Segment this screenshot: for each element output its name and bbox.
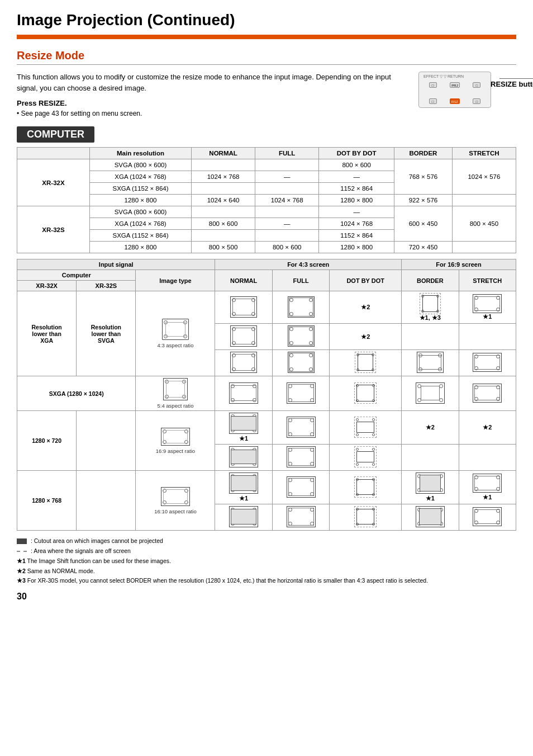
stretch-1280-768: ★1: [459, 471, 516, 504]
footnote-1: : Cutout area on which images cannot be …: [17, 536, 516, 546]
image-type-16-10: 16:10 aspect ratio: [136, 471, 215, 531]
border-xga-svga: [402, 324, 459, 350]
table-row-sxga: SXGA (1280 × 1024) 5:4 aspect ratio: [17, 376, 516, 411]
remote-illustration: EFFECT ▽ ▽ RETURN □ PRJ □ □ RSZ □ RESIZE…: [393, 72, 516, 109]
stretch-4-3-small: ★1: [459, 291, 516, 324]
stretch-1280-s: [452, 242, 516, 253]
xr32s-empty-1: [77, 411, 136, 471]
full-5-4: [272, 376, 329, 411]
col-header-resolution: [17, 148, 90, 159]
xr32s-res-lower-svga: Resolutionlower thanSVGA: [77, 291, 136, 376]
normal-1280-800-sub: [215, 504, 272, 531]
table-row-1280-720: 1280 × 720 16:9 aspect ratio: [17, 411, 516, 445]
footnote-5: ★3 For XR-30S model, you cannot select B…: [17, 576, 516, 586]
footnote-3: ★1 The Image Shift function can be used …: [17, 556, 516, 566]
full-16-9: [272, 411, 329, 445]
border-1280-800-sub: [402, 504, 459, 531]
col-header-stretch: STRETCH: [452, 148, 516, 159]
border-4-3-small: ★1, ★3: [402, 291, 459, 324]
stretch-s: 800 × 450: [452, 206, 516, 242]
model-xr32x: XR-32X: [17, 159, 90, 206]
res-sxga: SXGA (1152 × 864): [90, 183, 192, 195]
normal-16-9: ★1: [215, 411, 272, 445]
dot-xga-svga: ★2: [330, 324, 402, 350]
dot-1280-768: [330, 471, 402, 504]
table-row: 1280 × 800 800 × 500 800 × 600 1280 × 80…: [17, 242, 516, 253]
full-xga-svga: [272, 324, 329, 350]
res-svga-s: SVGA (800 × 600): [90, 206, 192, 218]
computer-header: COMPUTER: [17, 126, 94, 143]
normal-5-4: [215, 376, 272, 411]
sub-col-border: BORDER: [402, 270, 459, 291]
full-1360-768: [272, 445, 329, 471]
main-resolution-table: Main resolution NORMAL FULL DOT BY DOT B…: [17, 147, 516, 253]
page-title: Image Projection (Continued): [17, 11, 516, 29]
xr32x-res-lower-xga: Resolutionlower thanXGA: [17, 291, 77, 376]
sub-col-stretch: STRETCH: [459, 270, 516, 291]
full-higher: [272, 350, 329, 376]
intro-row: This function allows you to modify or cu…: [17, 72, 516, 122]
dot-16-9: [330, 411, 402, 445]
res-xga: XGA (1024 × 768): [90, 171, 192, 183]
image-type-5-4: 5:4 aspect ratio: [136, 376, 215, 411]
res-1280-720-label: 1280 × 720: [17, 411, 77, 471]
sxga-label: SXGA (1280 × 1024): [17, 376, 136, 411]
res-1280-768-label: 1280 × 768: [17, 471, 77, 531]
stretch-xga: 1024 × 576: [452, 159, 516, 195]
table-row: XR-32S SVGA (800 × 600) — 600 × 450 800 …: [17, 206, 516, 218]
stretch-1360-768: [459, 445, 516, 471]
sub-col-full: FULL: [272, 270, 329, 291]
norm-svga: [192, 159, 255, 171]
press-resize-label: Press RESIZE.: [17, 99, 393, 107]
table-row: 1280 × 800 1024 × 640 1024 × 768 1280 × …: [17, 195, 516, 206]
dot-5-4: [330, 376, 402, 411]
res-svga: SVGA (800 × 600): [90, 159, 192, 171]
sub-col-xr32x: XR-32X: [17, 281, 77, 291]
col-group-4-3: For 4:3 screen: [215, 259, 402, 270]
full-1280: 1024 × 768: [255, 195, 319, 206]
xr32s-empty-2: [77, 471, 136, 531]
table-row: XR-32X SVGA (800 × 600) 800 × 600 768 × …: [17, 159, 516, 171]
border-xga: 768 × 576: [394, 159, 453, 195]
full-4-3-small: [272, 291, 329, 324]
full-xga: —: [255, 171, 319, 183]
stretch-1280: [452, 195, 516, 206]
norm-svga-s: [192, 206, 255, 218]
full-xga-s: —: [255, 218, 319, 230]
remote-box: EFFECT ▽ ▽ RETURN □ PRJ □ □ RSZ □: [418, 72, 491, 108]
sub-col-xr32s: XR-32S: [77, 281, 136, 291]
normal-higher: [215, 350, 272, 376]
dot-svga: 800 × 600: [319, 159, 394, 171]
full-1280-768: [272, 471, 329, 504]
normal-4-3-small: [215, 291, 272, 324]
border-higher: [402, 350, 459, 376]
norm-1280-s: 800 × 500: [192, 242, 255, 253]
normal-1280-768: ★1: [215, 471, 272, 504]
dot-1280: 1280 × 800: [319, 195, 394, 206]
footnote-4: ★2 Same as NORMAL mode.: [17, 566, 516, 577]
res-1280-800: 1280 × 800: [90, 195, 192, 206]
dot-svga-s: —: [319, 206, 394, 218]
dot-1360-768: [330, 445, 402, 471]
border-1280: 922 × 576: [394, 195, 453, 206]
col-header-main-res: Main resolution: [90, 148, 192, 159]
norm-1280: 1024 × 640: [192, 195, 255, 206]
col-header-dotbydot: DOT BY DOT: [319, 148, 394, 159]
stretch-5-4: [459, 376, 516, 411]
norm-xga-s: 800 × 600: [192, 218, 255, 230]
dot-higher: [330, 350, 402, 376]
col-header-full: FULL: [255, 148, 319, 159]
sub-col-image-type: Image type: [136, 270, 215, 291]
cutout-icon: [17, 538, 27, 544]
col-header-normal: NORMAL: [192, 148, 255, 159]
border-16-9: ★2: [402, 411, 459, 445]
stretch-higher: [459, 350, 516, 376]
res-xga-s: XGA (1024 × 768): [90, 218, 192, 230]
footnotes-section: : Cutout area on which images cannot be …: [17, 536, 516, 586]
stretch-16-9: ★2: [459, 411, 516, 445]
full-svga: [255, 159, 319, 171]
full-sxga: [255, 183, 319, 195]
image-type-16-9: 16:9 aspect ratio: [136, 411, 215, 471]
page-number: 30: [17, 592, 516, 602]
norm-xga: 1024 × 768: [192, 171, 255, 183]
